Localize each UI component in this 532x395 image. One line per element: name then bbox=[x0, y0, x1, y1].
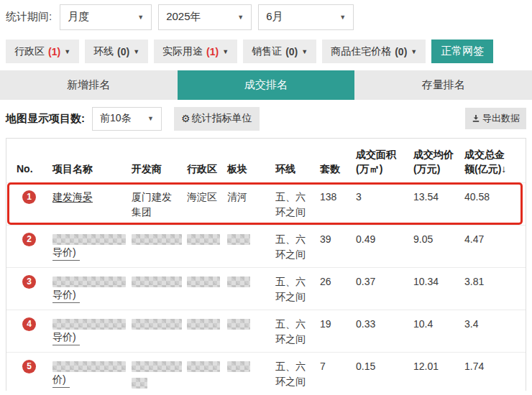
filter-count: (0) bbox=[285, 46, 298, 57]
filter-row: 行政区(1) ▼ 环线(0) ▼ 实际用途(1) ▼ 销售证(0) ▼ 商品住宅… bbox=[6, 40, 526, 63]
project-name-cell: 导价) bbox=[52, 232, 132, 261]
developer-cell bbox=[132, 359, 187, 389]
caret-down-icon: ▼ bbox=[411, 48, 417, 55]
filter-label: 商品住宅价格 bbox=[331, 45, 391, 58]
controls-row: 地图显示项目数: 前10条 ▼ ⚙ 统计指标单位 导出数据 bbox=[6, 106, 526, 131]
period-year-value: 2025年 bbox=[166, 10, 201, 24]
filter-sales-permit-button[interactable]: 销售证(0) ▼ bbox=[243, 40, 316, 63]
redacted-developer bbox=[132, 319, 182, 330]
ranking-table: No. 项目名称 开发商 行政区 板块 环线 套数 成交面积 (万㎡) 成交均价… bbox=[6, 138, 526, 391]
total-amount-cell: 3.81 bbox=[464, 274, 526, 289]
table-row-3: 3 导价) 五、六环之间 26 0.37 10.34 3.81 bbox=[6, 267, 526, 310]
developer-cell: 厦门建发集团 bbox=[132, 190, 187, 220]
project-name-cell: 导价) bbox=[52, 274, 132, 303]
filter-count: (0) bbox=[395, 46, 407, 57]
redacted-developer bbox=[132, 276, 182, 287]
total-amount-cell: 1.74 bbox=[464, 359, 526, 374]
caret-down-icon: ▼ bbox=[147, 115, 154, 122]
top-n-value: 前10条 bbox=[100, 112, 132, 125]
area-cell: 3 bbox=[356, 190, 413, 205]
redacted-project-name bbox=[52, 276, 126, 287]
area-cell: 0.33 bbox=[356, 317, 413, 332]
table-header-row: No. 项目名称 开发商 行政区 板块 环线 套数 成交面积 (万㎡) 成交均价… bbox=[6, 139, 526, 182]
sort-desc-icon: ↓ bbox=[501, 163, 506, 175]
project-name-link[interactable]: 导价) bbox=[52, 287, 80, 303]
filter-housing-price-button[interactable]: 商品住宅价格(0) ▼ bbox=[322, 40, 426, 63]
tab-transaction-ranking[interactable]: 成交排名 bbox=[178, 70, 355, 100]
units-cell: 138 bbox=[320, 190, 356, 205]
period-year-select[interactable]: 2025年 ▼ bbox=[158, 4, 252, 30]
table-row-2: 2 导价) 五、六环之间 39 0.49 9.05 4.47 bbox=[6, 225, 526, 267]
redacted-district bbox=[187, 276, 220, 287]
period-month-value: 6月 bbox=[266, 10, 283, 24]
header-total-amount[interactable]: 成交总金 额(亿元)↓ bbox=[464, 147, 526, 176]
header-avg-price: 成交均价 (万元) bbox=[413, 147, 464, 176]
period-label: 统计期间: bbox=[6, 10, 52, 24]
caret-down-icon: ▼ bbox=[301, 48, 308, 55]
redacted-developer bbox=[132, 378, 147, 389]
caret-down-icon: ▼ bbox=[64, 48, 70, 55]
period-frequency-select[interactable]: 月度 ▼ bbox=[60, 4, 152, 30]
project-name-link[interactable]: 导价) bbox=[52, 245, 80, 261]
tab-new-ranking[interactable]: 新增排名 bbox=[0, 70, 178, 100]
area-cell: 0.37 bbox=[356, 274, 413, 289]
table-row-4: 4 导价) 五、六环之间 19 0.33 10.4 3.4 bbox=[6, 310, 526, 352]
ring-cell: 五、六环之间 bbox=[275, 232, 320, 262]
tab-inventory-ranking[interactable]: 存量排名 bbox=[354, 70, 532, 100]
stat-indicator-unit-label: 统计指标单位 bbox=[192, 112, 252, 125]
header-units: 套数 bbox=[320, 162, 356, 176]
caret-down-icon: ▼ bbox=[237, 14, 244, 21]
redacted-project-name bbox=[52, 361, 126, 372]
units-cell: 19 bbox=[320, 317, 356, 332]
total-amount-cell: 3.4 bbox=[464, 317, 526, 332]
project-name-link[interactable]: 导价) bbox=[52, 330, 80, 345]
ring-cell: 五、六环之间 bbox=[275, 274, 320, 305]
ranking-tabs: 新增排名 成交排名 存量排名 bbox=[0, 70, 532, 100]
ring-cell: 五、六环之间 bbox=[275, 317, 320, 347]
area-cell: 0.49 bbox=[356, 232, 413, 247]
rank-badge: 5 bbox=[22, 360, 36, 373]
period-month-select[interactable]: 6月 ▼ bbox=[258, 4, 354, 30]
caret-down-icon: ▼ bbox=[339, 14, 346, 21]
table-row-1: 1 建发海晏 厦门建发集团 海淀区 清河 五、六环之间 138 3 13.54 … bbox=[6, 182, 526, 225]
caret-down-icon: ▼ bbox=[222, 48, 229, 55]
gear-icon: ⚙ bbox=[181, 113, 191, 124]
project-name-cell: 导价) bbox=[52, 317, 132, 345]
normal-netsign-button[interactable]: 正常网签 bbox=[431, 40, 493, 63]
filter-label: 环线 bbox=[93, 45, 114, 58]
area-cell: 0.15 bbox=[356, 359, 413, 374]
filter-count: (1) bbox=[48, 46, 60, 57]
project-name-cell: 价) bbox=[52, 359, 132, 388]
avg-price-cell: 10.34 bbox=[413, 274, 464, 289]
avg-price-cell: 10.4 bbox=[413, 317, 464, 332]
header-developer: 开发商 bbox=[132, 162, 187, 176]
district-cell: 海淀区 bbox=[187, 190, 227, 205]
project-name-link[interactable]: 价) bbox=[52, 372, 70, 388]
period-frequency-value: 月度 bbox=[68, 10, 89, 24]
total-amount-cell: 4.47 bbox=[464, 232, 526, 247]
stat-indicator-unit-button[interactable]: ⚙ 统计指标单位 bbox=[174, 107, 260, 131]
header-district: 行政区 bbox=[187, 162, 227, 176]
filter-ring-button[interactable]: 环线(0) ▼ bbox=[85, 40, 148, 63]
filter-district-button[interactable]: 行政区(1) ▼ bbox=[6, 40, 79, 63]
avg-price-cell: 13.54 bbox=[413, 190, 464, 205]
export-data-button[interactable]: 导出数据 bbox=[465, 108, 526, 129]
rank-badge: 2 bbox=[22, 233, 36, 246]
redacted-developer bbox=[132, 361, 182, 372]
map-display-count-label: 地图显示项目数: bbox=[6, 112, 85, 126]
header-area: 成交面积 (万㎡) bbox=[356, 147, 413, 176]
redacted-district bbox=[187, 319, 220, 330]
filter-count: (1) bbox=[206, 46, 219, 57]
filter-usage-button[interactable]: 实际用途(1) ▼ bbox=[154, 40, 237, 63]
project-name-link[interactable]: 建发海晏 bbox=[52, 191, 93, 203]
redacted-district bbox=[187, 234, 220, 245]
filter-label: 销售证 bbox=[252, 45, 282, 58]
redacted-block bbox=[227, 361, 250, 372]
redacted-block bbox=[227, 276, 250, 287]
units-cell: 7 bbox=[320, 359, 356, 374]
filter-count: (0) bbox=[117, 46, 129, 57]
avg-price-cell: 12.01 bbox=[413, 359, 464, 374]
units-cell: 26 bbox=[320, 274, 356, 289]
top-n-select[interactable]: 前10条 ▼ bbox=[92, 107, 162, 131]
redacted-block bbox=[227, 319, 250, 330]
